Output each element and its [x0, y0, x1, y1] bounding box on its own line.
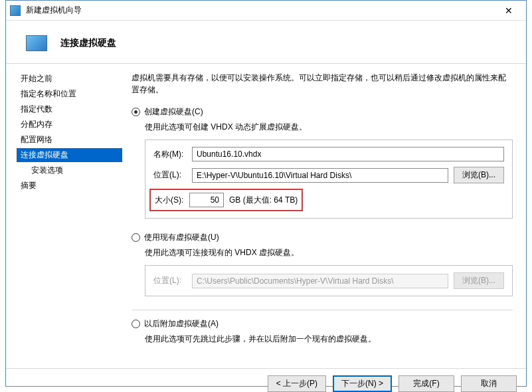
name-label: 名称(M): [153, 149, 187, 160]
window-title: 新建虚拟机向导 [26, 5, 495, 16]
option-existing-label: 使用现有虚拟硬盘(U) [144, 232, 219, 243]
step-name-location[interactable]: 指定名称和位置 [17, 87, 122, 101]
option-create-desc: 使用此选项可创建 VHDX 动态扩展虚拟硬盘。 [145, 122, 513, 133]
step-memory[interactable]: 分配内存 [17, 118, 122, 132]
size-label: 大小(S): [155, 195, 184, 206]
disk-location-input[interactable] [192, 168, 448, 183]
page-header: 连接虚拟硬盘 [6, 21, 526, 63]
existing-location-label: 位置(L): [153, 275, 187, 286]
step-generation[interactable]: 指定代数 [17, 102, 122, 116]
option-later-desc: 使用此选项可先跳过此步骤，并在以后附加一个现有的虚拟硬盘。 [145, 334, 513, 345]
app-icon [10, 5, 21, 16]
size-highlight: 大小(S): GB (最大值: 64 TB) [149, 189, 303, 211]
radio-later-icon [132, 320, 140, 328]
page-description: 虚拟机需要具有存储，以便可以安装操作系统。可以立即指定存储，也可以稍后通过修改虚… [132, 72, 513, 96]
browse-existing-button: 浏览(B)... [454, 272, 504, 289]
step-before-start[interactable]: 开始之前 [17, 72, 122, 86]
size-unit: GB (最大值: 64 TB) [229, 195, 298, 206]
option-later-label: 以后附加虚拟硬盘(A) [144, 318, 219, 330]
option-existing-disk[interactable]: 使用现有虚拟硬盘(U) [132, 232, 513, 243]
browse-create-button[interactable]: 浏览(B)... [454, 167, 504, 183]
titlebar: 新建虚拟机向导 ✕ [6, 1, 526, 21]
header-icon [26, 35, 47, 51]
radio-create-icon [132, 108, 140, 116]
step-network[interactable]: 配置网络 [17, 133, 122, 147]
finish-button[interactable]: 完成(F) [399, 375, 454, 392]
option-create-label: 创建虚拟硬盘(C) [144, 106, 203, 118]
page-title: 连接虚拟硬盘 [60, 37, 116, 49]
option-existing-desc: 使用此选项可连接现有的 VHDX 虚拟硬盘。 [145, 247, 513, 258]
option-create-disk[interactable]: 创建虚拟硬盘(C) [132, 106, 513, 118]
existing-location-input [192, 274, 448, 288]
location-label: 位置(L): [153, 169, 187, 181]
prev-button[interactable]: < 上一步(P) [268, 375, 326, 392]
disk-size-input[interactable] [189, 193, 224, 207]
cancel-button[interactable]: 取消 [461, 375, 517, 392]
divider-line [132, 310, 513, 310]
wizard-window: 新建虚拟机向导 ✕ 连接虚拟硬盘 开始之前 指定名称和位置 指定代数 分配内存 … [5, 0, 527, 387]
existing-disk-fields: 位置(L): 浏览(B)... [145, 265, 513, 296]
radio-existing-icon [132, 233, 140, 242]
wizard-steps: 开始之前 指定名称和位置 指定代数 分配内存 配置网络 连接虚拟硬盘 安装选项 … [6, 64, 122, 368]
footer-buttons: < 上一步(P) 下一步(N) > 完成(F) 取消 [6, 368, 526, 392]
next-button[interactable]: 下一步(N) > [333, 375, 392, 392]
create-disk-fields: 名称(M): 位置(L): 浏览(B)... 大小(S): GB (最大值: 6… [145, 140, 513, 219]
step-summary[interactable]: 摘要 [17, 179, 122, 193]
step-install-options[interactable]: 安装选项 [17, 163, 122, 177]
disk-name-input[interactable] [192, 147, 504, 161]
content-area: 虚拟机需要具有存储，以便可以安装操作系统。可以立即指定存储，也可以稍后通过修改虚… [122, 64, 526, 368]
step-virtual-disk[interactable]: 连接虚拟硬盘 [17, 148, 122, 162]
close-button[interactable]: ✕ [495, 1, 522, 20]
option-attach-later[interactable]: 以后附加虚拟硬盘(A) [132, 318, 513, 330]
